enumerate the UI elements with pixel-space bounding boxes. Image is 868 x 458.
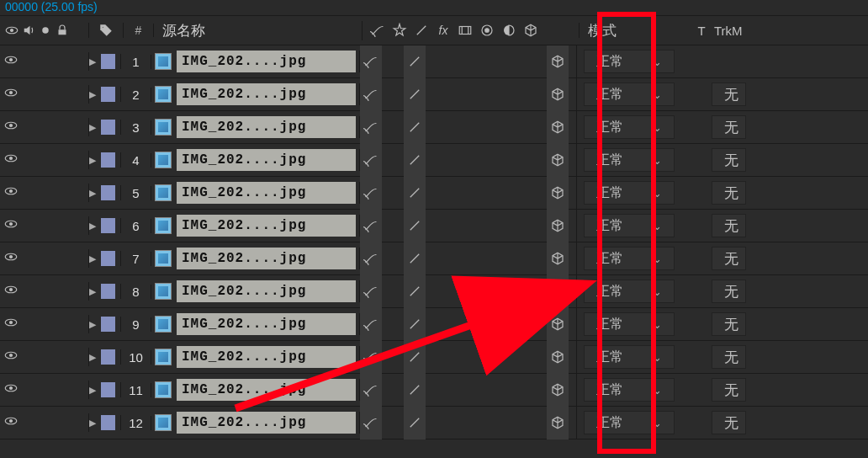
layer-number-header[interactable]: # xyxy=(124,24,154,37)
adjustment-toggle[interactable] xyxy=(491,78,513,111)
source-name[interactable]: IMG_202....jpg xyxy=(177,116,356,138)
motion-blur-icon[interactable] xyxy=(479,23,495,38)
motion-blur-toggle[interactable] xyxy=(469,275,491,308)
3d-layer-toggle[interactable] xyxy=(547,407,569,439)
visibility-toggle[interactable] xyxy=(3,282,20,301)
quality-toggle[interactable] xyxy=(404,45,426,78)
adjustment-toggle[interactable] xyxy=(491,210,513,242)
motion-blur-toggle[interactable] xyxy=(469,144,491,177)
quality-toggle[interactable] xyxy=(404,144,426,177)
blend-mode-header[interactable]: 模式 xyxy=(580,21,689,40)
blend-mode-dropdown[interactable]: 正常⌄ xyxy=(584,148,675,172)
visibility-toggle[interactable] xyxy=(3,348,20,366)
track-matte-dropdown[interactable]: 无 xyxy=(712,83,746,106)
layer-row[interactable]: ▶3IMG_202....jpg正常⌄无 xyxy=(0,111,868,144)
frame-blend-icon[interactable] xyxy=(457,23,474,38)
blend-mode-dropdown[interactable]: 正常⌄ xyxy=(584,115,675,139)
layer-row[interactable]: ▶7IMG_202....jpg正常⌄无 xyxy=(0,242,868,275)
adjustment-toggle[interactable] xyxy=(491,111,513,144)
layer-row[interactable]: ▶1IMG_202....jpg正常⌄ xyxy=(0,45,868,78)
shy-toggle[interactable] xyxy=(360,308,382,341)
label-color-box[interactable] xyxy=(101,87,115,102)
twirl-icon[interactable]: ▶ xyxy=(89,122,96,133)
collapse-toggle[interactable] xyxy=(382,210,404,242)
frame-blend-toggle[interactable] xyxy=(447,78,469,111)
speaker-icon[interactable] xyxy=(20,23,37,38)
shy-icon[interactable] xyxy=(369,23,386,38)
visibility-toggle[interactable] xyxy=(3,151,20,169)
quality-icon[interactable] xyxy=(413,23,430,38)
collapse-toggle[interactable] xyxy=(382,407,404,439)
preserve-transparency-header[interactable]: T xyxy=(689,24,714,38)
track-matte-dropdown[interactable]: 无 xyxy=(712,214,746,237)
layer-row[interactable]: ▶4IMG_202....jpg正常⌄无 xyxy=(0,144,868,177)
twirl-icon[interactable]: ▶ xyxy=(89,155,96,166)
blend-mode-dropdown[interactable]: 正常⌄ xyxy=(584,181,675,205)
frame-blend-toggle[interactable] xyxy=(447,275,469,308)
adjustment-layer-icon[interactable] xyxy=(500,23,517,38)
blend-mode-dropdown[interactable]: 正常⌄ xyxy=(584,214,675,237)
twirl-icon[interactable]: ▶ xyxy=(89,418,96,429)
fx-toggle[interactable] xyxy=(426,374,447,407)
visibility-toggle[interactable] xyxy=(3,381,20,399)
adjustment-toggle[interactable] xyxy=(491,45,513,78)
layer-row[interactable]: ▶6IMG_202....jpg正常⌄无 xyxy=(0,210,868,242)
3d-layer-toggle[interactable] xyxy=(547,78,569,111)
source-name[interactable]: IMG_202....jpg xyxy=(177,182,356,204)
quality-toggle[interactable] xyxy=(404,242,426,275)
track-matte-dropdown[interactable]: 无 xyxy=(712,411,746,434)
quality-toggle[interactable] xyxy=(404,341,426,374)
3d-layer-toggle[interactable] xyxy=(547,144,569,177)
adjustment-toggle[interactable] xyxy=(491,341,513,374)
shy-toggle[interactable] xyxy=(360,45,382,78)
fx-toggle[interactable] xyxy=(426,210,447,242)
visibility-toggle[interactable] xyxy=(3,52,20,71)
blend-mode-dropdown[interactable]: 正常⌄ xyxy=(584,280,675,303)
visibility-toggle[interactable] xyxy=(3,413,20,432)
shy-toggle[interactable] xyxy=(360,78,382,111)
collapse-toggle[interactable] xyxy=(382,78,404,111)
blend-mode-dropdown[interactable]: 正常⌄ xyxy=(584,312,675,336)
collapse-toggle[interactable] xyxy=(382,308,404,341)
fx-toggle[interactable] xyxy=(426,177,447,210)
source-name[interactable]: IMG_202....jpg xyxy=(177,313,356,335)
motion-blur-toggle[interactable] xyxy=(469,242,491,275)
shy-toggle[interactable] xyxy=(360,210,382,242)
frame-blend-toggle[interactable] xyxy=(447,210,469,242)
frame-blend-toggle[interactable] xyxy=(447,374,469,407)
collapse-toggle[interactable] xyxy=(382,111,404,144)
layer-row[interactable]: ▶11IMG_202....jpg正常⌄无 xyxy=(0,374,868,407)
3d-layer-toggle[interactable] xyxy=(547,275,569,308)
visibility-toggle[interactable] xyxy=(3,249,20,268)
quality-toggle[interactable] xyxy=(404,275,426,308)
collapse-icon[interactable] xyxy=(391,23,408,38)
quality-toggle[interactable] xyxy=(404,111,426,144)
label-color-box[interactable] xyxy=(101,251,115,266)
3d-layer-toggle[interactable] xyxy=(547,308,569,341)
source-name[interactable]: IMG_202....jpg xyxy=(177,280,356,302)
visibility-toggle[interactable] xyxy=(3,85,20,104)
track-matte-dropdown[interactable]: 无 xyxy=(712,280,746,303)
label-color-box[interactable] xyxy=(101,284,115,299)
label-color-box[interactable] xyxy=(101,152,115,168)
label-color-box[interactable] xyxy=(101,54,115,69)
blend-mode-dropdown[interactable]: 正常⌄ xyxy=(584,247,675,270)
twirl-icon[interactable]: ▶ xyxy=(89,221,96,232)
blend-mode-dropdown[interactable]: 正常⌄ xyxy=(584,50,675,73)
collapse-toggle[interactable] xyxy=(382,341,404,374)
motion-blur-toggle[interactable] xyxy=(469,374,491,407)
frame-blend-toggle[interactable] xyxy=(447,341,469,374)
label-color-box[interactable] xyxy=(101,415,115,430)
fx-icon[interactable]: fx xyxy=(435,24,452,37)
visibility-toggle[interactable] xyxy=(3,184,20,202)
layer-row[interactable]: ▶8IMG_202....jpg正常⌄无 xyxy=(0,275,868,308)
frame-blend-toggle[interactable] xyxy=(447,308,469,341)
frame-blend-toggle[interactable] xyxy=(447,144,469,177)
visibility-toggle[interactable] xyxy=(3,118,20,136)
source-name[interactable]: IMG_202....jpg xyxy=(177,215,356,237)
shy-toggle[interactable] xyxy=(360,177,382,210)
source-name[interactable]: IMG_202....jpg xyxy=(177,149,356,171)
motion-blur-toggle[interactable] xyxy=(469,210,491,242)
track-matte-dropdown[interactable]: 无 xyxy=(712,148,746,172)
track-matte-dropdown[interactable]: 无 xyxy=(712,312,746,336)
